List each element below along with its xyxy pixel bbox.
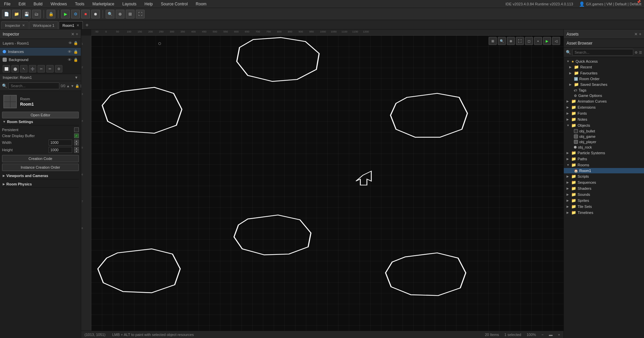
menu-room[interactable]: Room [195, 1, 208, 7]
page-lock[interactable]: 🔒 [75, 84, 79, 88]
width-up[interactable]: ▲ [74, 139, 79, 143]
open-button[interactable]: 📁 [12, 10, 21, 18]
tree-timelines[interactable]: ▶ 📁 Timelines [564, 210, 644, 216]
rock-bottom-left[interactable] [98, 249, 180, 293]
ctb-zoom-in[interactable]: ⊕ [507, 37, 515, 45]
persistent-checkbox[interactable] [74, 127, 79, 132]
tree-obj-rock[interactable]: obj_rock [564, 145, 644, 150]
ctb-extra[interactable]: ◁ [552, 37, 560, 45]
asset-filter-button[interactable]: ⚙ [635, 51, 638, 54]
ctb-zoom-out[interactable]: 🔍 [498, 37, 506, 45]
tab-inspector[interactable]: Inspector ✕ [1, 21, 29, 29]
tree-shaders[interactable]: ▶ 📁 Shaders [564, 185, 644, 191]
fullscreen-button[interactable]: ⛶ [136, 10, 145, 18]
tool-add[interactable]: ➕ [29, 65, 36, 72]
inspector-close-button[interactable]: ✕ [71, 32, 74, 37]
tree-notes[interactable]: ▶ 📁 Notes [564, 116, 644, 122]
menu-tools[interactable]: Tools [73, 1, 86, 7]
tool-pointer[interactable]: ↖ [20, 65, 28, 72]
creation-code-button[interactable]: Creation Code [2, 155, 79, 162]
grid-button[interactable]: ⊞ [126, 10, 135, 18]
rock-top-center[interactable] [237, 38, 319, 81]
layer-visibility-icon[interactable]: 👁 [68, 41, 72, 45]
tab-room1-close[interactable]: ✕ [76, 23, 79, 27]
inspector-add-button[interactable]: + [76, 32, 78, 37]
inspector-search-input[interactable] [8, 82, 59, 89]
tree-sounds[interactable]: ▶ 📁 Sounds [564, 191, 644, 198]
tree-obj-game[interactable]: obj_game [564, 134, 644, 139]
menu-file[interactable]: File [3, 1, 12, 7]
layer-lock-icon[interactable]: 🔒 [73, 41, 78, 45]
ctb-grid[interactable]: ⊞ [489, 37, 497, 45]
layer-instances[interactable]: Instances 👁 🔒 [0, 48, 81, 56]
assets-close-button[interactable]: ✕ [634, 32, 638, 37]
rock-top-left[interactable] [102, 88, 182, 133]
tool-remove[interactable]: ✂ [38, 65, 45, 72]
tree-animation-curves[interactable]: ▶ 📁 Animation Curves [564, 98, 644, 104]
room-settings-header[interactable]: ▼ Room Settings [2, 118, 79, 125]
tree-particle-systems[interactable]: ▶ 📁 Particle Systems [564, 150, 644, 156]
lock-button[interactable]: 🔒 [47, 10, 55, 18]
tree-obj-player[interactable]: obj_player [564, 139, 644, 145]
tree-quick-access[interactable]: ▼ ★ Quick Access [564, 59, 644, 64]
assets-add-button[interactable]: + [639, 32, 641, 37]
viewports-header[interactable]: ▶ Viewports and Cameras [2, 172, 79, 179]
menu-build[interactable]: Build [32, 1, 44, 7]
ctb-play[interactable]: ▶ [543, 37, 551, 45]
tab-workspace[interactable]: Workspace 1 [29, 21, 58, 29]
tree-game-options[interactable]: ⚙ Game Options [564, 93, 644, 98]
rock-bottom-center[interactable] [234, 215, 311, 255]
menu-layouts[interactable]: Layouts [121, 1, 138, 7]
tree-recent[interactable]: ▶ 📁 Recent [564, 64, 644, 70]
page-down[interactable]: ▼ [71, 84, 74, 88]
record-button[interactable]: ⏺ [91, 10, 100, 18]
inspector-dropdown-arrow[interactable]: ▼ [74, 75, 78, 79]
tree-rooms[interactable]: ▼ 📁 Rooms [564, 162, 644, 168]
tab-add-button[interactable]: + [84, 21, 91, 29]
tool-circle[interactable]: ⬤ [11, 65, 19, 72]
menu-windows[interactable]: Windows [49, 1, 68, 7]
menu-help[interactable]: Help [143, 1, 154, 7]
tool-paint[interactable]: ✏ [46, 65, 54, 72]
layer-background-lock[interactable]: 🔒 [73, 58, 78, 62]
run-button[interactable]: ▶ [61, 10, 70, 18]
debug-button[interactable]: ⚙ [71, 10, 80, 18]
search-button[interactable]: 🔍 [106, 10, 114, 18]
menu-edit[interactable]: Edit [17, 1, 27, 7]
layer-background-vis[interactable]: 👁 [68, 58, 71, 62]
tree-saved-searches[interactable]: ▶ 📁 Saved Searches [564, 81, 644, 88]
rock-bottom-right[interactable] [386, 253, 466, 295]
layer-background[interactable]: Background 👁 🔒 [0, 56, 81, 64]
page-up[interactable]: ▲ [66, 84, 70, 88]
menu-source-control[interactable]: Source Control [160, 1, 189, 7]
tree-objects[interactable]: ▼ 📁 Objects [564, 122, 644, 128]
tree-sequences[interactable]: ▶ 📁 Sequences [564, 179, 644, 185]
rock-top-right[interactable] [390, 93, 467, 137]
tree-room1[interactable]: 🏠 Room1 [564, 168, 644, 173]
height-down[interactable]: ▼ [74, 150, 79, 153]
layer-instances-vis[interactable]: 👁 [68, 50, 71, 54]
tree-room-order[interactable]: 🔢 Room Order [564, 76, 644, 81]
room-canvas[interactable] [91, 36, 564, 331]
save-all-button[interactable]: 🗂 [32, 10, 41, 18]
new-button[interactable]: 📄 [2, 10, 11, 18]
layer-instances-lock[interactable]: 🔒 [73, 50, 78, 54]
tree-sprites[interactable]: ▶ 📁 Sprites [564, 198, 644, 204]
tree-extensions[interactable]: ▶ 📁 Extensions [564, 104, 644, 110]
open-editor-button[interactable]: Open Editor [2, 112, 79, 118]
ctb-fit[interactable]: ⛶ [516, 37, 524, 45]
ctb-snap[interactable]: ◻ [525, 37, 533, 45]
width-down[interactable]: ▼ [74, 143, 79, 146]
asset-view-button[interactable]: ☰ [639, 51, 642, 54]
tool-settings[interactable]: ⚙ [55, 65, 62, 72]
tab-room1[interactable]: Room1 ✕ [59, 21, 83, 29]
clear-display-checkbox[interactable] [74, 133, 79, 138]
menu-marketplace[interactable]: Marketplace [91, 1, 115, 7]
height-input[interactable] [49, 147, 72, 153]
height-up[interactable]: ▲ [74, 147, 79, 150]
tree-tags[interactable]: 🏷 Tags [564, 88, 644, 93]
tree-favourites[interactable]: ▶ 📁 Favourites [564, 70, 644, 76]
asset-search-input[interactable] [572, 49, 633, 56]
tab-inspector-close[interactable]: ✕ [22, 23, 25, 27]
save-button[interactable]: 💾 [22, 10, 31, 18]
